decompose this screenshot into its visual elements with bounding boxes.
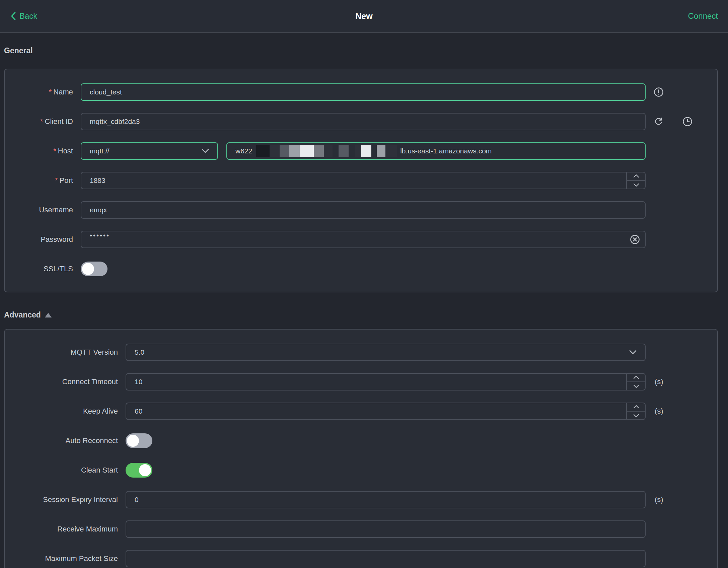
session-expiry-input[interactable]: [126, 491, 646, 508]
increment-button[interactable]: [627, 403, 646, 412]
toggle-knob: [82, 263, 94, 275]
connect-timeout-label: Connect Timeout: [5, 377, 126, 386]
name-input[interactable]: [81, 83, 646, 101]
redacted-host-segment: [355, 145, 361, 157]
advanced-section-label: Advanced: [4, 310, 41, 320]
client-id-input[interactable]: [81, 113, 646, 130]
redacted-host-segment: [289, 145, 300, 157]
required-asterisk: *: [49, 88, 52, 96]
redacted-host-segment: [361, 145, 371, 157]
receive-maximum-row: Receive Maximum: [5, 520, 717, 538]
connect-button[interactable]: Connect: [688, 11, 718, 21]
redacted-host-segment: [270, 145, 280, 157]
receive-maximum-input[interactable]: [126, 520, 646, 538]
required-asterisk: *: [55, 176, 58, 185]
ssl-tls-row: SSL/TLS: [5, 260, 717, 278]
seconds-unit: (s): [655, 377, 663, 386]
connect-timeout-row: Connect Timeout (s): [5, 373, 717, 390]
host-address-input[interactable]: w622: [226, 142, 646, 160]
ssl-tls-label: SSL/TLS: [5, 265, 81, 273]
page-title: New: [0, 11, 728, 21]
required-asterisk: *: [53, 147, 56, 155]
redacted-host-segment: [349, 145, 355, 157]
auto-reconnect-label: Auto Reconnect: [5, 436, 126, 445]
advanced-section-title[interactable]: Advanced: [4, 310, 718, 320]
collapse-triangle-icon: [45, 313, 52, 317]
advanced-card: MQTT Version 5.0 Connect Timeout: [4, 329, 718, 568]
session-expiry-row: Session Expiry Interval (s): [5, 491, 717, 508]
header-bar: Back New Connect: [0, 0, 728, 33]
session-expiry-label: Session Expiry Interval: [5, 495, 126, 504]
username-label: Username: [5, 206, 81, 214]
client-id-row: *Client ID: [5, 113, 717, 130]
port-label: *Port: [5, 176, 81, 185]
back-label: Back: [19, 11, 37, 21]
maximum-packet-size-row: Maximum Packet Size: [5, 550, 717, 567]
general-section-title: General: [4, 46, 718, 55]
host-protocol-value: mqtt://: [90, 147, 202, 155]
redacted-host-segment: [280, 145, 289, 157]
redacted-host-segment: [314, 145, 324, 157]
decrement-button[interactable]: [627, 382, 646, 390]
host-row: *Host mqtt:// w622: [5, 142, 717, 160]
password-input[interactable]: ••••••: [81, 231, 646, 248]
keep-alive-input[interactable]: [126, 403, 646, 420]
port-row: *Port: [5, 172, 717, 189]
form-content: General *Name: [0, 46, 728, 568]
redacted-host-segment: [324, 145, 333, 157]
general-section-label: General: [4, 46, 33, 55]
password-label: Password: [5, 235, 81, 244]
maximum-packet-size-input[interactable]: [126, 550, 646, 567]
decrement-button[interactable]: [627, 181, 646, 189]
redacted-host-segment: [300, 145, 314, 157]
seconds-unit: (s): [655, 495, 663, 504]
client-id-label: *Client ID: [5, 117, 81, 126]
chevron-left-icon: [10, 11, 17, 21]
warning-circle-icon[interactable]: [654, 87, 664, 97]
name-row: *Name: [5, 83, 717, 101]
keep-alive-spinner: [626, 403, 646, 420]
redacted-host-segment: [397, 145, 400, 157]
clean-start-row: Clean Start: [5, 462, 717, 479]
port-spinner: [626, 172, 646, 189]
toggle-knob: [127, 435, 139, 447]
receive-maximum-label: Receive Maximum: [5, 525, 126, 534]
toggle-knob: [139, 464, 151, 476]
required-asterisk: *: [40, 117, 43, 126]
decrement-button[interactable]: [627, 412, 646, 420]
port-input[interactable]: [81, 172, 646, 189]
mqtt-version-select[interactable]: 5.0: [126, 344, 646, 361]
increment-button[interactable]: [627, 172, 646, 181]
redacted-host-segment: [333, 145, 339, 157]
back-button[interactable]: Back: [10, 11, 37, 21]
host-protocol-select[interactable]: mqtt://: [81, 142, 218, 160]
mqtt-version-value: 5.0: [135, 348, 629, 356]
username-row: Username: [5, 201, 717, 219]
connect-timeout-spinner: [626, 373, 646, 390]
password-row: Password ••••••: [5, 231, 717, 248]
redacted-host-segment: [256, 145, 270, 157]
redacted-host-segment: [339, 145, 349, 157]
ssl-tls-toggle[interactable]: [81, 262, 107, 276]
clean-start-label: Clean Start: [5, 466, 126, 475]
name-label: *Name: [5, 88, 81, 96]
redacted-host-segment: [371, 145, 377, 157]
increment-button[interactable]: [627, 373, 646, 382]
chevron-down-icon: [629, 350, 637, 355]
clean-start-toggle[interactable]: [126, 463, 152, 478]
redacted-host-segment: [385, 145, 397, 157]
mqtt-version-label: MQTT Version: [5, 348, 126, 357]
host-address-suffix: lb.us-east-1.amazonaws.com: [400, 147, 492, 155]
host-label: *Host: [5, 147, 81, 155]
auto-reconnect-toggle[interactable]: [126, 433, 152, 448]
username-input[interactable]: [81, 201, 646, 219]
clear-circle-x-icon[interactable]: [630, 234, 640, 244]
refresh-icon[interactable]: [654, 117, 664, 127]
keep-alive-label: Keep Alive: [5, 407, 126, 416]
history-clock-icon[interactable]: [682, 117, 693, 127]
auto-reconnect-row: Auto Reconnect: [5, 432, 717, 449]
password-masked-value: ••••••: [90, 232, 110, 239]
chevron-down-icon: [202, 149, 209, 153]
connect-timeout-input[interactable]: [126, 373, 646, 390]
redacted-host-segment: [252, 145, 256, 157]
